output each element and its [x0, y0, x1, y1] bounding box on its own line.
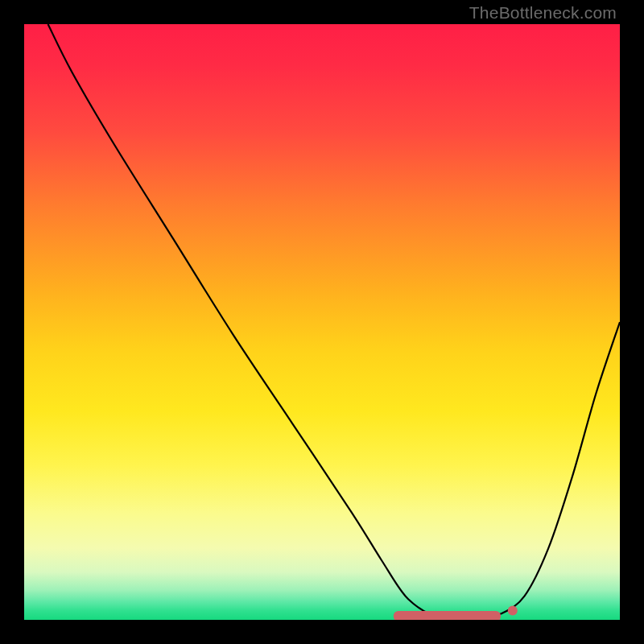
bottleneck-curve-path: [48, 24, 620, 620]
watermark-text: TheBottleneck.com: [469, 3, 617, 23]
highlighted-range-pill: [394, 611, 501, 620]
highlighted-range-dot: [508, 606, 518, 616]
chart-frame: [24, 24, 620, 620]
chart-svg: [24, 24, 620, 620]
